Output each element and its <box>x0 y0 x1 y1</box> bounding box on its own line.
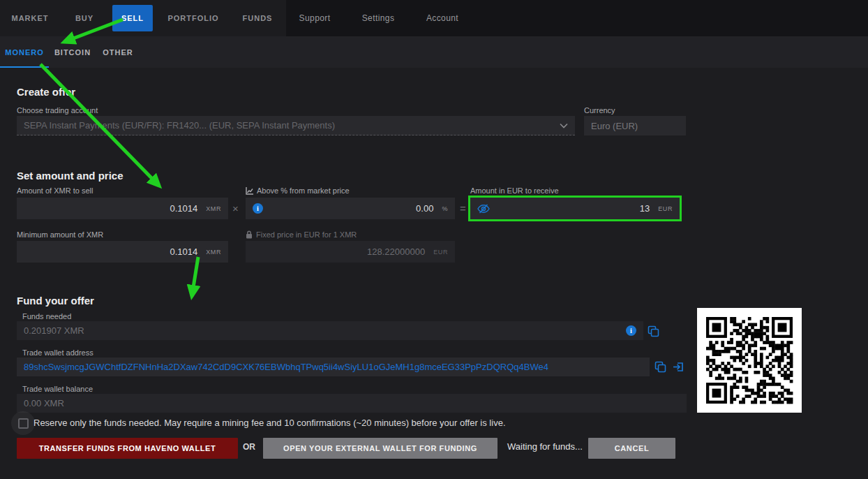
trading-account-value: SEPA Instant Payments (EUR/FR): FR1420..… <box>24 120 335 131</box>
cancel-button[interactable]: CANCEL <box>588 438 675 459</box>
fixed-price-value: 128.22000000 <box>367 246 425 257</box>
amount-section-title: Set amount and price <box>17 170 124 182</box>
qr-code-container <box>697 308 802 413</box>
nav-item-support[interactable]: Support <box>299 0 331 36</box>
market-price-pct-label-text: Above % from market price <box>257 186 350 195</box>
wallet-balance-label: Trade wallet balance <box>22 385 93 393</box>
min-amount-label: Minimum amount of XMR <box>17 230 103 239</box>
external-wallet-button[interactable]: OPEN YOUR EXTERNAL WALLET FOR FUNDING <box>263 438 497 459</box>
market-price-pct-label: Above % from market price <box>246 186 350 196</box>
fixed-price-label: Fixed price in EUR for 1 XMR <box>246 230 357 240</box>
min-amount-value: 0.1014 <box>170 246 197 257</box>
currency-value: Euro (EUR) <box>591 121 638 131</box>
amount-receive-suffix: EUR <box>658 205 673 212</box>
market-price-pct-suffix: % <box>442 205 448 212</box>
amount-to-sell-field[interactable]: 0.1014 XMR <box>17 198 228 219</box>
nav-item-sell[interactable]: SELL <box>112 5 153 31</box>
funds-needed-info-icon[interactable] <box>626 325 636 336</box>
fixed-price-field: 128.22000000 EUR <box>246 241 455 263</box>
or-text: OR <box>243 442 255 452</box>
copy-address-icon[interactable] <box>654 361 666 376</box>
nav-item-account[interactable]: Account <box>426 0 458 36</box>
nav-item-settings[interactable]: Settings <box>362 0 395 36</box>
tab-other[interactable]: OTHER <box>103 36 133 68</box>
equals-operator: = <box>460 202 466 214</box>
info-icon[interactable] <box>253 203 263 214</box>
create-offer-screen: MARKET BUY SELL PORTFOLIO FUNDS Support … <box>0 0 868 479</box>
wallet-address-label: Trade wallet address <box>22 348 93 357</box>
fixed-price-suffix: EUR <box>433 249 448 256</box>
funds-needed-field: 0.201907 XMR <box>17 321 643 340</box>
currency-label: Currency <box>584 106 615 115</box>
market-price-pct-field[interactable]: 0.00 % <box>246 198 455 219</box>
eye-slash-icon[interactable] <box>477 204 490 214</box>
currency-field[interactable]: Euro (EUR) <box>584 116 686 135</box>
reserve-checkbox[interactable] <box>11 411 35 435</box>
arrow-to-fund-section <box>192 257 198 296</box>
funds-needed-label: Funds needed <box>22 312 71 320</box>
reserve-checkbox-label: Reserve only the funds needed. May requi… <box>33 418 506 428</box>
amount-to-sell-suffix: XMR <box>206 205 221 212</box>
tab-monero[interactable]: MONERO <box>5 36 44 68</box>
market-price-pct-value: 0.00 <box>416 203 433 214</box>
wallet-balance-value: 0.00 XMR <box>24 398 64 408</box>
active-tab-underline <box>0 66 49 68</box>
chart-icon <box>246 187 253 196</box>
trading-account-select[interactable]: SEPA Instant Payments (EUR/FR): FR1420..… <box>17 116 575 135</box>
fixed-price-label-text: Fixed price in EUR for 1 XMR <box>256 230 357 239</box>
funds-needed-value: 0.201907 XMR <box>24 325 84 336</box>
min-amount-suffix: XMR <box>206 249 221 256</box>
multiply-operator: × <box>232 202 239 214</box>
amount-receive-value: 13 <box>640 203 650 214</box>
wallet-balance-field: 0.00 XMR <box>17 394 687 413</box>
tab-bitcoin[interactable]: BITCOIN <box>54 36 91 68</box>
amount-receive-label: Amount in EUR to receive <box>470 186 559 195</box>
wallet-address-field[interactable]: 89shcSwsjmcgJGWChtfDZFNHnHa2DXaw742CdD9C… <box>17 358 650 376</box>
amount-to-sell-label: Amount of XMR to sell <box>17 186 93 195</box>
copy-funds-icon[interactable] <box>648 325 659 340</box>
nav-item-market[interactable]: MARKET <box>11 0 48 36</box>
fund-section-title: Fund your offer <box>17 295 94 307</box>
open-in-wallet-icon[interactable] <box>673 361 684 376</box>
nav-item-funds[interactable]: FUNDS <box>243 0 273 36</box>
qr-code <box>697 308 802 413</box>
top-navigation: MARKET BUY SELL PORTFOLIO FUNDS Support … <box>0 0 868 36</box>
amount-to-sell-value: 0.1014 <box>170 203 197 214</box>
lock-icon <box>246 230 253 240</box>
wallet-address-value: 89shcSwsjmcgJGWChtfDZFNHnHa2DXaw742CdD9C… <box>24 362 548 372</box>
create-offer-title: Create offer <box>17 86 75 98</box>
crypto-tabbar: MONERO BITCOIN OTHER <box>0 36 868 68</box>
transfer-funds-button[interactable]: TRANSFER FUNDS FROM HAVENO WALLET <box>17 438 238 459</box>
amount-receive-field[interactable]: 13 EUR <box>468 196 682 221</box>
min-amount-field[interactable]: 0.1014 XMR <box>17 241 228 263</box>
reserve-checkbox-box[interactable] <box>18 418 29 429</box>
nav-item-portfolio[interactable]: PORTFOLIO <box>167 0 218 36</box>
funding-status-text: Waiting for funds... <box>507 441 583 452</box>
chevron-down-icon <box>560 120 568 131</box>
nav-item-buy[interactable]: BUY <box>75 0 93 36</box>
trading-account-label: Choose trading account <box>17 106 98 115</box>
